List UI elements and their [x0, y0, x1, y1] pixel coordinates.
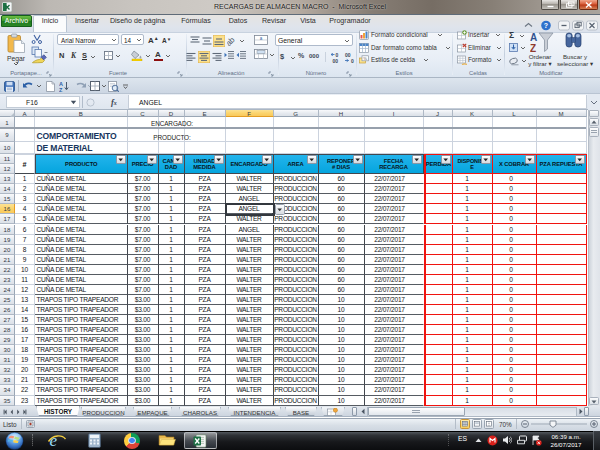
svg-text:00: 00	[345, 52, 351, 58]
svg-text:A: A	[530, 32, 537, 43]
svg-text:%: %	[363, 56, 367, 61]
svg-text:Z: Z	[59, 87, 63, 92]
svg-text:0: 0	[351, 57, 354, 63]
svg-text:e: e	[50, 431, 58, 449]
svg-text:00: 00	[333, 57, 339, 63]
svg-text:?: ?	[544, 22, 548, 29]
svg-text:ab: ab	[227, 35, 237, 46]
